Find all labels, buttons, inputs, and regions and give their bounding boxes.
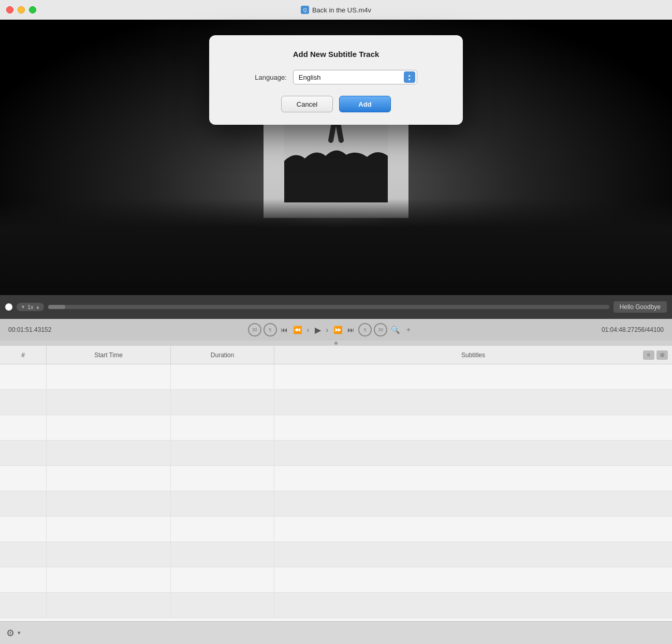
play-button[interactable]: ▶	[313, 324, 323, 336]
forward30-label: 30	[378, 327, 383, 332]
bottom-toolbar: ⚙ ▾	[0, 621, 672, 644]
col-header-duration: Duration	[171, 346, 274, 364]
total-time: 01:04:48.27256/44100	[591, 326, 664, 333]
table-row[interactable]	[0, 567, 672, 593]
divider-dot	[334, 342, 338, 345]
td-start	[47, 364, 171, 389]
rewind5-button[interactable]: 5	[264, 323, 277, 336]
divider	[0, 341, 672, 346]
td-start	[47, 466, 171, 491]
dialog-buttons: Cancel Add	[225, 96, 447, 112]
table-body	[0, 364, 672, 621]
playhead-indicator	[5, 303, 12, 311]
col-header-start-time: Start Time	[47, 346, 171, 364]
table-row[interactable]	[0, 441, 672, 466]
language-select[interactable]: English French Spanish German Japanese C…	[293, 70, 417, 84]
language-row: Language: English French Spanish German …	[225, 70, 447, 84]
chevron-down-icon[interactable]: ▾	[18, 630, 21, 636]
cancel-button[interactable]: Cancel	[281, 96, 333, 112]
speed-down-icon[interactable]: ▼	[21, 304, 25, 310]
td-num	[0, 491, 47, 516]
video-area: Add New Subtitle Track Language: English…	[0, 20, 672, 295]
td-duration	[171, 466, 274, 491]
table-row[interactable]	[0, 593, 672, 618]
language-select-wrapper[interactable]: English French Spanish German Japanese C…	[293, 70, 417, 84]
td-duration	[171, 364, 274, 389]
gear-icon[interactable]: ⚙	[6, 627, 14, 639]
td-subtitle	[274, 415, 672, 440]
track-label: Hello Goodbye	[613, 301, 667, 313]
speed-label: 1x	[27, 304, 34, 310]
add-button[interactable]: Add	[339, 96, 391, 112]
grid-view-button[interactable]: ⊞	[656, 350, 668, 360]
step-forward-button[interactable]: ›	[325, 325, 330, 335]
add-marker-button[interactable]: ＋	[403, 324, 414, 335]
td-duration	[171, 415, 274, 440]
speed-control[interactable]: ▼ 1x ▲	[17, 303, 44, 311]
td-num	[0, 466, 47, 491]
dialog-overlay: Add New Subtitle Track Language: English…	[0, 20, 672, 295]
rewind-button[interactable]: ⏪	[291, 325, 303, 335]
transport-controls: 30 5 ⏮ ⏪ ‹ ▶ › ⏩ ⏭ 5 30 🔍 ＋	[74, 323, 588, 336]
table-row[interactable]	[0, 491, 672, 517]
fast-forward-button[interactable]: ⏩	[332, 325, 344, 335]
title-bar: Q Back in the US.m4v	[0, 0, 672, 20]
td-start	[47, 542, 171, 567]
table-row[interactable]	[0, 390, 672, 415]
td-subtitle	[274, 517, 672, 541]
td-start	[47, 390, 171, 415]
window-title: Q Back in the US.m4v	[301, 6, 371, 14]
dialog-title: Add New Subtitle Track	[225, 50, 447, 58]
search-button[interactable]: 🔍	[389, 325, 401, 335]
language-label: Language:	[255, 74, 286, 81]
col-header-number: #	[0, 346, 47, 364]
td-start	[47, 441, 171, 465]
rewind5-label: 5	[269, 327, 271, 332]
maximize-button[interactable]	[29, 6, 36, 13]
forward30-button[interactable]: 30	[374, 323, 387, 336]
step-back-button[interactable]: ‹	[305, 325, 311, 335]
td-start	[47, 593, 171, 618]
rewind30-button[interactable]: 30	[248, 323, 261, 336]
subtitle-view-icons[interactable]: ≡ ⊞	[643, 350, 668, 360]
forward5-button[interactable]: 5	[358, 323, 372, 336]
go-to-end-button[interactable]: ⏭	[346, 325, 356, 335]
td-num	[0, 390, 47, 415]
table-row[interactable]	[0, 364, 672, 390]
progress-bar[interactable]	[48, 305, 609, 309]
td-start	[47, 415, 171, 440]
current-time: 00:01:51.43152	[8, 326, 70, 333]
list-view-button[interactable]: ≡	[643, 350, 654, 360]
td-duration	[171, 593, 274, 618]
subtitle-table-container: # Start Time Duration Subtitles ≡ ⊞	[0, 346, 672, 621]
td-start	[47, 491, 171, 516]
traffic-lights[interactable]	[6, 6, 36, 13]
time-bar: 00:01:51.43152 30 5 ⏮ ⏪ ‹ ▶ › ⏩ ⏭ 5 30 🔍…	[0, 319, 672, 341]
td-duration	[171, 441, 274, 465]
td-subtitle	[274, 542, 672, 567]
td-num	[0, 441, 47, 465]
go-to-start-button[interactable]: ⏮	[279, 325, 289, 335]
table-row[interactable]	[0, 517, 672, 542]
td-start	[47, 517, 171, 541]
col-header-subtitles: Subtitles ≡ ⊞	[274, 346, 672, 364]
td-subtitle	[274, 364, 672, 389]
speed-up-icon[interactable]: ▲	[36, 304, 40, 310]
td-duration	[171, 567, 274, 592]
td-num	[0, 567, 47, 592]
td-subtitle	[274, 441, 672, 465]
table-row[interactable]	[0, 466, 672, 491]
minimize-button[interactable]	[18, 6, 25, 13]
rewind30-label: 30	[252, 327, 257, 332]
table-row[interactable]	[0, 542, 672, 567]
td-start	[47, 567, 171, 592]
td-subtitle	[274, 567, 672, 592]
progress-fill	[48, 305, 65, 309]
td-subtitle	[274, 593, 672, 618]
close-button[interactable]	[6, 6, 13, 13]
td-subtitle	[274, 491, 672, 516]
table-row[interactable]	[0, 415, 672, 441]
td-num	[0, 542, 47, 567]
td-num	[0, 517, 47, 541]
transport-bar: ▼ 1x ▲ Hello Goodbye	[0, 295, 672, 319]
